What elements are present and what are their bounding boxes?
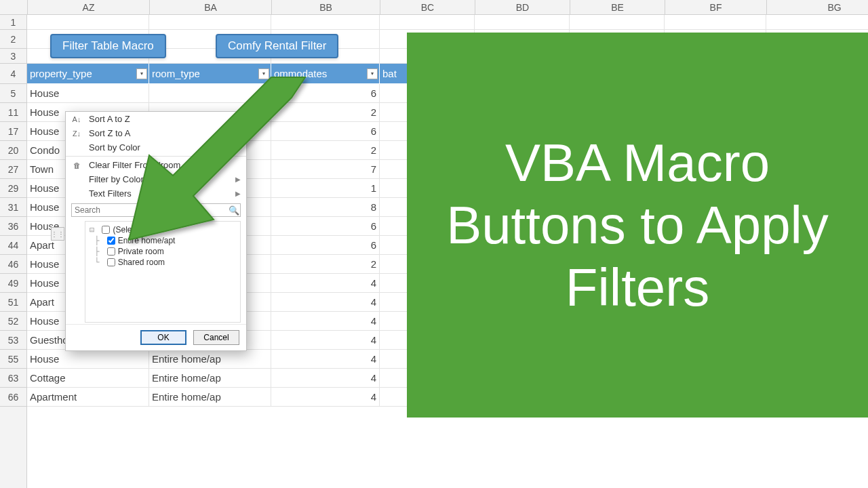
filter-values-tree: ⊟ (Select All) ├ Entire home/apt ├ Priva…	[85, 221, 241, 323]
cell[interactable]: 4	[271, 293, 380, 312]
sort-az-item[interactable]: A↓Sort A to Z	[66, 112, 246, 126]
column-header-bf[interactable]: BF	[665, 0, 766, 14]
row-header[interactable]: 11	[0, 103, 26, 122]
filter-table-macro-button[interactable]: Filter Table Macro	[50, 34, 166, 58]
column-header-bd[interactable]: BD	[475, 0, 570, 14]
cell[interactable]: 6	[271, 84, 380, 103]
row-header[interactable]: 49	[0, 274, 26, 293]
submenu-arrow-icon: ▶	[235, 144, 241, 151]
row-header[interactable]: 17	[0, 122, 26, 141]
cell[interactable]: Apartment	[27, 388, 149, 407]
row-header[interactable]: 29	[0, 179, 26, 198]
table-header-property_type[interactable]: property_type▾	[27, 64, 149, 84]
search-icon: 🔍	[227, 205, 241, 216]
row-header[interactable]: 46	[0, 255, 26, 274]
row-header[interactable]: 44	[0, 236, 26, 255]
cell[interactable]: 6	[271, 217, 380, 236]
cell[interactable]: House	[27, 84, 149, 103]
column-header-az[interactable]: AZ	[27, 0, 149, 14]
ok-button[interactable]: OK	[140, 330, 186, 345]
filter-by-color-item[interactable]: Filter by Color▶	[66, 172, 246, 186]
filter-search-input[interactable]	[71, 203, 241, 217]
cell[interactable]: 4	[271, 388, 380, 407]
submenu-arrow-icon: ▶	[235, 190, 241, 197]
filter-dropdown-icon[interactable]: ▾	[136, 68, 147, 79]
cell[interactable]: 8	[271, 198, 380, 217]
cell[interactable]	[380, 15, 475, 30]
column-header-ba[interactable]: BA	[149, 0, 271, 14]
cell[interactable]: 6	[271, 122, 380, 141]
title-text: VBA Macro Buttons to Apply Filters	[419, 131, 856, 319]
spreadsheet: AZ BA BB BC BD BE BF BG 1234511172027293…	[0, 0, 868, 488]
sort-za-icon: Z↓	[70, 129, 83, 138]
menu-drag-handle-icon[interactable]: ⋮⋮	[51, 227, 64, 241]
title-overlay: VBA Macro Buttons to Apply Filters	[407, 33, 868, 418]
row-header[interactable]: 52	[0, 312, 26, 331]
menu-separator	[66, 156, 246, 157]
table-header-accommodates[interactable]: ommodates▾	[271, 64, 380, 84]
cancel-button[interactable]: Cancel	[193, 330, 239, 345]
filter-option-private-room[interactable]: ├ Private room	[90, 246, 236, 257]
cell[interactable]: 1	[271, 179, 380, 198]
cell[interactable]: 4	[271, 331, 380, 350]
cell[interactable]	[665, 15, 766, 30]
filter-dropdown-icon[interactable]: ▾	[367, 68, 378, 79]
cell[interactable]	[149, 15, 271, 30]
submenu-arrow-icon: ▶	[235, 176, 241, 183]
sort-by-color-item[interactable]: Sort by Color▶	[66, 140, 246, 155]
cell[interactable]: Cottage	[27, 369, 149, 388]
row-header[interactable]: 63	[0, 369, 26, 388]
filter-option-select-all[interactable]: ⊟ (Select All)	[90, 224, 236, 235]
filter-option-entire-home[interactable]: ├ Entire home/apt	[90, 235, 236, 246]
cell[interactable]: 4	[271, 350, 380, 369]
comfy-rental-filter-button[interactable]: Comfy Rental Filter	[216, 34, 338, 58]
column-header-be[interactable]: BE	[570, 0, 665, 14]
row-header[interactable]: 55	[0, 350, 26, 369]
column-header-bc[interactable]: BC	[380, 0, 475, 14]
column-header-row: AZ BA BB BC BD BE BF BG	[0, 0, 868, 15]
row-header[interactable]: 2	[0, 30, 26, 49]
cell[interactable]: 2	[271, 141, 380, 160]
column-header-bg[interactable]: BG	[766, 0, 868, 14]
row-header[interactable]: 5	[0, 84, 26, 103]
cell[interactable]: 7	[271, 160, 380, 179]
cell[interactable]	[271, 15, 380, 30]
text-filters-item[interactable]: Text Filters▶	[66, 186, 246, 201]
sort-za-item[interactable]: Z↓Sort Z to A	[66, 126, 246, 140]
row-header[interactable]: 31	[0, 198, 26, 217]
cell[interactable]: 2	[271, 255, 380, 274]
row-header[interactable]: 1	[0, 15, 26, 30]
row-header[interactable]: 53	[0, 331, 26, 350]
row-header[interactable]: 36	[0, 217, 26, 236]
table-header-room_type[interactable]: room_type▾	[149, 64, 271, 84]
cell[interactable]: Entire home/ap	[149, 388, 271, 407]
clear-filter-item[interactable]: 🗑Clear Filter From "room_t…	[66, 158, 246, 172]
cell[interactable]	[149, 84, 271, 103]
select-all-corner[interactable]	[0, 0, 27, 14]
row-header[interactable]: 66	[0, 388, 26, 407]
cell[interactable]: 4	[271, 369, 380, 388]
clear-filter-icon: 🗑	[70, 161, 83, 169]
cell[interactable]: House	[27, 350, 149, 369]
filter-dropdown-icon[interactable]: ▾	[258, 68, 269, 79]
row-header-column: 1234511172027293136444649515253556366	[0, 15, 27, 488]
row-header[interactable]: 51	[0, 293, 26, 312]
sort-az-icon: A↓	[70, 115, 83, 123]
cell[interactable]	[570, 15, 665, 30]
row-header[interactable]: 27	[0, 160, 26, 179]
autofilter-dropdown-menu: ⋮⋮ A↓Sort A to Z Z↓Sort Z to A Sort by C…	[65, 111, 247, 351]
cell[interactable]: 2	[271, 103, 380, 122]
row-header[interactable]: 20	[0, 141, 26, 160]
cell[interactable]	[766, 15, 868, 30]
cell[interactable]: 6	[271, 236, 380, 255]
cell[interactable]: 4	[271, 312, 380, 331]
cell[interactable]	[475, 15, 570, 30]
row-header[interactable]: 4	[0, 64, 26, 84]
column-header-bb[interactable]: BB	[271, 0, 380, 14]
filter-option-shared-room[interactable]: └ Shared room	[90, 257, 236, 268]
row-header[interactable]: 3	[0, 49, 26, 64]
cell[interactable]: Entire home/ap	[149, 350, 271, 369]
cell[interactable]	[27, 15, 149, 30]
cell[interactable]: 4	[271, 274, 380, 293]
cell[interactable]: Entire home/ap	[149, 369, 271, 388]
